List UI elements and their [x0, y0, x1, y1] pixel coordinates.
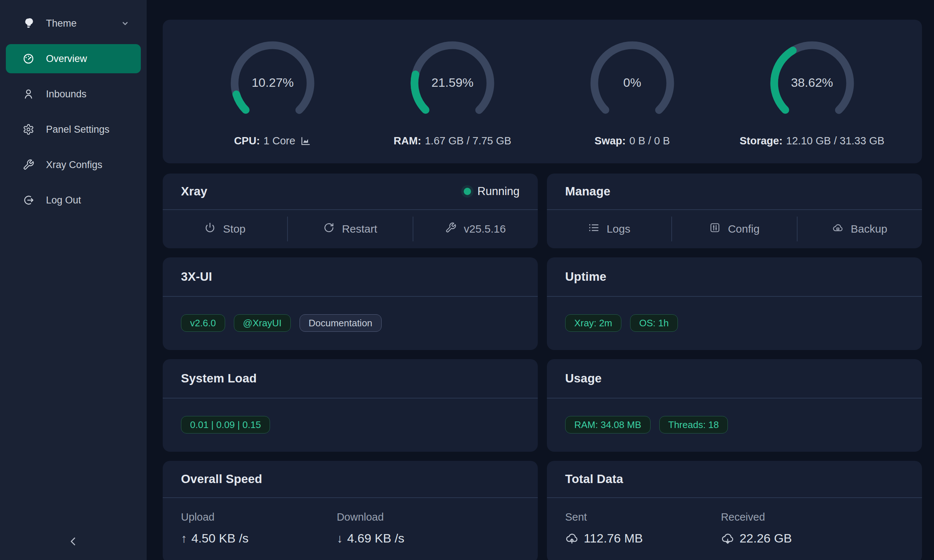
sent-label: Sent — [565, 511, 721, 523]
ram-stat: 21.59% RAM: 1.67 GB / 7.75 GB — [363, 41, 543, 163]
threads-tag: Threads: 18 — [659, 416, 728, 434]
running-status-dot — [464, 188, 471, 195]
manage-card: Manage Logs Config — [547, 174, 922, 248]
total-data-header: Total Data — [547, 461, 922, 498]
chevron-down-icon — [120, 18, 130, 28]
sliders-icon — [709, 222, 721, 236]
wrench-icon — [23, 159, 34, 171]
logs-button[interactable]: Logs — [547, 210, 671, 248]
system-load-card: System Load 0.01 | 0.09 | 0.15 — [163, 359, 538, 452]
usage-card: Usage RAM: 34.08 MB Threads: 18 — [547, 359, 922, 452]
wrench-icon — [445, 222, 456, 236]
ram-label: RAM: 1.67 GB / 7.75 GB — [394, 135, 512, 147]
usage-tags: RAM: 34.08 MB Threads: 18 — [547, 398, 922, 451]
restart-button[interactable]: Restart — [288, 210, 412, 248]
area-chart-icon[interactable] — [300, 135, 311, 146]
load-average-tag: 0.01 | 0.09 | 0.15 — [181, 416, 270, 434]
sent-value: 112.76 MB — [565, 531, 721, 545]
gear-icon — [23, 124, 34, 135]
chevron-left-icon — [67, 543, 80, 549]
card-title: System Load — [181, 372, 257, 385]
cloud-download-icon — [721, 532, 734, 545]
upload-value: ↑ 4.50 KB /s — [181, 531, 337, 545]
card-title: Total Data — [565, 472, 623, 486]
user-icon — [23, 88, 34, 100]
card-title: Manage — [565, 185, 610, 198]
sidebar-item-label: Panel Settings — [46, 124, 130, 135]
sidebar-item-label: Log Out — [46, 195, 130, 206]
sidebar-item-overview[interactable]: Overview — [6, 44, 141, 73]
xrayui-tag[interactable]: @XrayUI — [234, 314, 291, 332]
storage-gauge: 38.62% — [770, 41, 854, 125]
ram-gauge: 21.59% — [410, 41, 495, 125]
system-load-tags: 0.01 | 0.09 | 0.15 — [163, 398, 538, 451]
cpu-gauge: 10.27% — [230, 41, 315, 125]
usage-card-header: Usage — [547, 359, 922, 398]
status-label: Running — [478, 185, 519, 198]
os-uptime-tag: OS: 1h — [630, 314, 678, 332]
documentation-tag[interactable]: Documentation — [299, 314, 382, 332]
sidebar-item-xray-configs[interactable]: Xray Configs — [6, 150, 141, 179]
cpu-stat: 10.27% CPU: 1 Core — [183, 41, 363, 163]
download-value: ↓ 4.69 KB /s — [337, 531, 493, 545]
swap-label: Swap: 0 B / 0 B — [595, 135, 670, 147]
ram-percent: 21.59% — [410, 75, 495, 90]
xui-tags: v2.6.0 @XrayUI Documentation — [163, 297, 538, 349]
card-title: Usage — [565, 372, 602, 385]
list-icon — [588, 222, 600, 236]
main-content: 10.27% CPU: 1 Core 21.59% RAM: 1.67 GB — [146, 0, 934, 560]
speed-columns: Upload ↑ 4.50 KB /s Download ↓ 4.69 KB /… — [163, 498, 538, 545]
storage-percent: 38.62% — [770, 75, 854, 90]
download-column: Download ↓ 4.69 KB /s — [337, 511, 493, 545]
ram-usage-tag: RAM: 34.08 MB — [565, 416, 650, 434]
xui-card-header: 3X-UI — [163, 257, 538, 297]
xray-uptime-tag: Xray: 2m — [565, 314, 621, 332]
cpu-percent: 10.27% — [230, 75, 315, 90]
version-tag[interactable]: v2.6.0 — [181, 314, 225, 332]
upload-column: Upload ↑ 4.50 KB /s — [181, 511, 337, 545]
xray-status-badge: Running — [464, 185, 519, 198]
xray-actions: Stop Restart v25.5.16 — [163, 210, 538, 248]
sidebar-collapse-button[interactable] — [65, 533, 82, 551]
storage-stat: 38.62% Storage: 12.10 GB / 31.33 GB — [722, 41, 902, 163]
sidebar-item-theme[interactable]: Theme — [6, 9, 141, 38]
sidebar-item-panel-settings[interactable]: Panel Settings — [6, 115, 141, 144]
arrow-down-icon: ↓ — [337, 532, 343, 545]
received-value: 22.26 GB — [721, 531, 877, 545]
sidebar-item-label: Xray Configs — [46, 159, 130, 171]
sidebar-item-label: Overview — [46, 53, 130, 65]
card-title: Xray — [181, 185, 207, 198]
uptime-card: Uptime Xray: 2m OS: 1h — [547, 257, 922, 350]
config-button[interactable]: Config — [672, 210, 797, 248]
storage-label: Storage: 12.10 GB / 31.33 GB — [740, 135, 885, 147]
refresh-icon — [323, 222, 334, 236]
overall-speed-card: Overall Speed Upload ↑ 4.50 KB /s Downlo… — [163, 461, 538, 560]
sidebar-item-label: Inbounds — [46, 89, 130, 100]
sent-column: Sent 112.76 MB — [565, 511, 721, 545]
manage-actions: Logs Config Backup — [547, 210, 922, 248]
sidebar-item-log-out[interactable]: Log Out — [6, 186, 141, 215]
received-column: Received 22.26 GB — [721, 511, 877, 545]
manage-card-header: Manage — [547, 174, 922, 210]
card-title: Uptime — [565, 270, 606, 284]
backup-button[interactable]: Backup — [798, 210, 922, 248]
upload-label: Upload — [181, 511, 337, 523]
cpu-label: CPU: 1 Core — [234, 135, 311, 147]
swap-stat: 0% Swap: 0 B / 0 B — [543, 41, 722, 163]
uptime-tags: Xray: 2m OS: 1h — [547, 297, 922, 349]
xray-version-button[interactable]: v25.5.16 — [413, 210, 538, 248]
xui-card: 3X-UI v2.6.0 @XrayUI Documentation — [163, 257, 538, 350]
total-data-columns: Sent 112.76 MB Received 22.26 GB — [547, 498, 922, 545]
card-title: Overall Speed — [181, 472, 262, 486]
xray-card: Xray Running Stop Res — [163, 174, 538, 248]
uptime-card-header: Uptime — [547, 257, 922, 297]
card-title: 3X-UI — [181, 270, 212, 284]
sidebar-item-inbounds[interactable]: Inbounds — [6, 80, 141, 109]
lightbulb-icon — [23, 17, 34, 29]
arrow-up-icon: ↑ — [181, 532, 187, 545]
system-load-header: System Load — [163, 359, 538, 398]
cloud-backup-icon — [832, 222, 843, 236]
cloud-upload-icon — [565, 532, 579, 545]
stop-button[interactable]: Stop — [163, 210, 287, 248]
sidebar: Theme Overview Inbounds Panel Settings X… — [0, 0, 146, 560]
